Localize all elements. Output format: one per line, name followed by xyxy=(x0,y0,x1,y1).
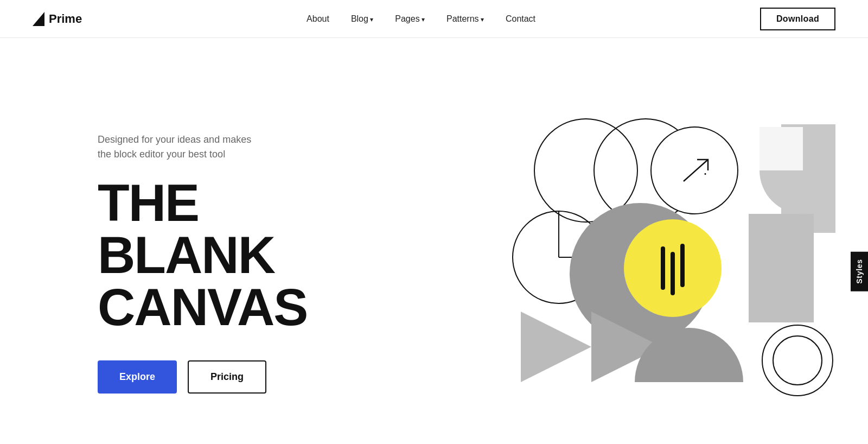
svg-rect-17 xyxy=(749,214,814,322)
styles-sidebar[interactable]: Styles xyxy=(851,251,868,291)
nav-pages[interactable]: Pages xyxy=(395,14,425,24)
nav-about[interactable]: About xyxy=(307,14,329,24)
svg-marker-18 xyxy=(521,312,591,382)
main-nav: About Blog Pages Patterns Contact xyxy=(307,14,535,24)
nav-contact[interactable]: Contact xyxy=(506,14,535,24)
nav-blog[interactable]: Blog xyxy=(351,14,373,24)
svg-point-4 xyxy=(651,127,738,214)
svg-rect-14 xyxy=(661,246,665,290)
svg-rect-16 xyxy=(680,244,685,287)
hero-section: Designed for your ideas and makesthe blo… xyxy=(0,38,868,444)
svg-rect-15 xyxy=(671,252,675,295)
logo-icon xyxy=(33,12,44,26)
hero-subtitle: Designed for your ideas and makesthe blo… xyxy=(98,132,380,162)
hero-buttons: Explore Pricing xyxy=(98,360,380,394)
logo-text: Prime xyxy=(49,12,82,26)
nav-patterns[interactable]: Patterns xyxy=(446,14,484,24)
logo[interactable]: Prime xyxy=(33,12,82,26)
hero-text-block: Designed for your ideas and makesthe blo… xyxy=(98,132,380,394)
explore-button[interactable]: Explore xyxy=(98,360,177,394)
hero-title: THE BLANK CANVAS xyxy=(98,177,380,333)
svg-point-21 xyxy=(773,336,822,385)
illustration-svg xyxy=(467,100,835,404)
download-button[interactable]: Download xyxy=(760,8,835,30)
hero-illustration xyxy=(467,100,835,404)
pricing-button[interactable]: Pricing xyxy=(188,360,266,394)
site-header: Prime About Blog Pages Patterns Contact … xyxy=(0,0,868,38)
